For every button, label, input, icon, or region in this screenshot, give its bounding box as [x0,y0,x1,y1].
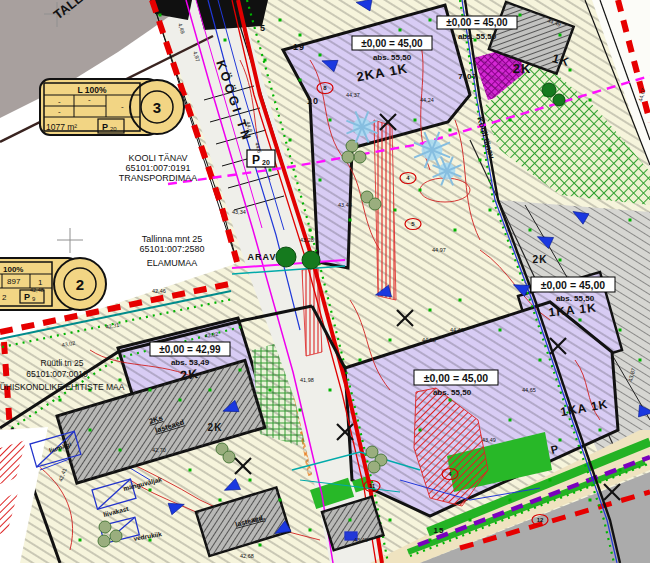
elevation-abs: abs. 55,50 [433,388,472,397]
vegetation-dot [499,329,502,332]
vegetation-dot [179,399,182,402]
vegetation-dot [529,229,532,232]
parcel-kooli-cadastre: 65101:007:0191 [125,163,190,173]
vegetation-dot [79,539,82,542]
vegetation-dot [469,519,472,522]
vegetation-dot [419,189,422,192]
tree-icon [368,461,380,473]
vegetation-dot [454,229,457,232]
vegetation-dot [264,59,267,62]
spot-elevation: 43,34 [232,209,246,215]
vegetation-dot [609,149,612,152]
vegetation-dot [309,529,312,532]
vegetation-dot [429,19,432,22]
vegetation-dot [509,499,512,502]
vegetation-dot [429,309,432,312]
tree-icon [98,535,110,547]
parcel-tallinna-name: Tallinna mnt 25 [142,234,203,244]
tree-icon [369,198,381,210]
tree-icon [553,94,565,106]
block3-parking-letter: P [102,122,108,132]
block2-v2: 1 [38,278,43,287]
vegetation-dot [89,429,92,432]
tree-icon [302,251,320,269]
plot-info-block-3: L 100% - - - - 1077 m² P 20 3 [40,79,184,135]
vegetation-dot [389,519,392,522]
parcel-ruutli-cadastre: 65101:007:0010 [26,369,88,379]
vegetation-dot [419,429,422,432]
storey-label: 2K [533,254,548,265]
vegetation-dot [279,499,282,502]
spot-elevation: 43,49 [354,537,368,543]
plot-info-block-2: 100% 897 1 2 P 9 2 [0,258,106,310]
parcel-kooli-name: KOOLI TÄNAV [128,153,187,163]
vegetation-dot [299,34,302,37]
vegetation-dot [414,119,417,122]
badge-number: 11 [369,483,376,489]
storey-label: 19 [293,42,305,52]
site-plan-map: TALLINNA MNT [0,0,650,563]
vegetation-dot [279,19,282,22]
vegetation-dot [149,489,152,492]
parking-box-p20: P 20 [247,150,275,167]
spot-elevation: 41,98 [300,377,314,383]
vegetation-dot [509,119,512,122]
vegetation-dot [224,39,227,42]
tree-icon [110,530,122,542]
storey-label: 10 [307,96,319,106]
vegetation-dot [619,469,622,472]
parcel-ruutli-name: Rüütli tn 25 [41,358,84,368]
vegetation-dot [219,499,222,502]
vegetation-dot [239,369,242,372]
elevation-main: ±0,00 = 42,99 [159,344,221,355]
vegetation-dot [399,29,402,32]
spot-elevation: 44,48 [450,327,464,333]
elevation-main: ±0,00 = 45,00 [541,279,606,291]
parcel-tallinna-cadastre: 65101:007:2580 [139,244,204,254]
block3-header: L 100% [77,85,107,95]
vegetation-dot [629,219,632,222]
parcel-label-tallinna: Tallinna mnt 25 65101:007:2580 ELAMUMAA [139,234,204,268]
spot-elevation: 44,24 [420,97,434,103]
vegetation-dot [549,479,552,482]
tree-icon [223,451,235,463]
vegetation-dot [394,209,397,212]
spot-elevation: 44,37 [346,92,360,98]
vegetation-dot [329,389,332,392]
vegetation-dot [599,429,602,432]
elevation-main: ±0,00 = 45,00 [424,372,489,384]
vegetation-dot [449,129,452,132]
vegetation-dot [539,359,542,362]
parking-letter: P [252,153,260,167]
parcel-label-kooli: KOOLI TÄNAV 65101:007:0191 TRANSPORDIMAA [119,153,198,183]
tree-icon [99,521,111,533]
vegetation-dot [319,54,322,57]
vegetation-dot [289,139,292,142]
vegetation-dot [479,159,482,162]
vegetation-dot [149,389,152,392]
vegetation-dot [459,299,462,302]
vegetation-dot [349,219,352,222]
vegetation-dot [329,119,332,122]
tree-icon [542,83,556,97]
block3-dash2: - [88,95,91,104]
spot-elevation: 42,68 [240,553,254,559]
block2-v3: 2 [2,293,7,302]
vegetation-dot [299,409,302,412]
plan-drawing: TALLINNA MNT [0,0,650,563]
plot-number-3: 3 [153,99,161,116]
spot-elevation: 42,70 [152,447,166,453]
existing-building-black-2 [196,0,268,30]
parcel-tallinna-usage: ELAMUMAA [147,258,198,268]
storey-label: ARAV [248,252,277,262]
tree-icon [276,247,296,267]
vegetation-dot [299,79,302,82]
storey-label: 2K [179,366,200,383]
vegetation-dot [519,14,522,17]
spot-elevation: 42,46 [152,288,166,294]
storey-label: 2K [208,422,223,433]
vegetation-dot [589,99,592,102]
spot-elevation: 43,28 [300,237,314,243]
block3-area: 1077 m² [46,122,77,132]
vegetation-dot [509,419,512,422]
